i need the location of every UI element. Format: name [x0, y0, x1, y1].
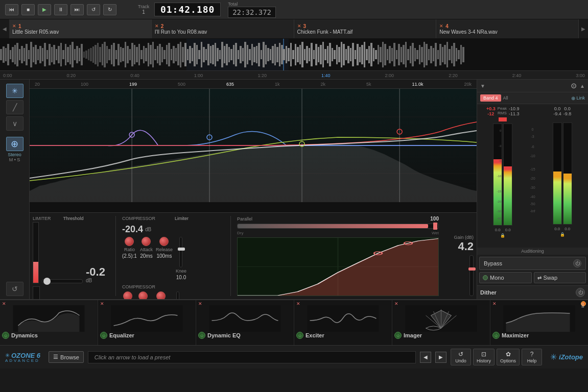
module-dynamiceq-close[interactable]: ✕ [198, 301, 202, 306]
module-maximizer[interactable]: ✕ || ⏻ Maximizer [490, 300, 588, 345]
module-equalizer-close[interactable]: ✕ [100, 301, 104, 306]
track-4-close[interactable]: ✕ [439, 23, 443, 29]
meter-dropdown[interactable]: ▼ [480, 83, 485, 89]
comp2-release-knob[interactable] [156, 291, 166, 299]
gain-slider[interactable] [469, 255, 474, 296]
transfer-graph[interactable] [237, 237, 439, 296]
swap-btn[interactable]: ⇄ Swap [534, 272, 586, 283]
svg-rect-172 [387, 49, 388, 60]
bypass-power-icon[interactable]: ⏻ [573, 259, 581, 267]
all-btn[interactable]: All [503, 95, 508, 101]
module-equalizer-display [98, 305, 196, 332]
parallel-thumb[interactable] [433, 223, 437, 230]
svg-rect-99 [221, 42, 223, 67]
comp-attack-knob[interactable] [142, 237, 151, 246]
options-action-btn[interactable]: ✿ Options [497, 349, 520, 365]
track-4[interactable]: ✕ 4 New Waves 3-4 NRa.wav [436, 19, 579, 38]
lock-out-btn[interactable]: 🔒 [560, 232, 565, 237]
module-maximizer-close[interactable]: ✕ [492, 301, 497, 306]
band4-btn[interactable]: Band 4 [480, 94, 501, 102]
rms-out-left: -9.4 [553, 111, 561, 116]
track-1-close[interactable]: ✕ [12, 23, 16, 29]
bypass-btn[interactable]: Bypass ⏻ [479, 257, 586, 270]
module-dynamics-power[interactable]: ⏻ [2, 332, 9, 339]
svg-rect-193 [435, 43, 437, 66]
mono-btn[interactable]: Mono [479, 272, 532, 283]
track-3-close[interactable]: ✕ [297, 23, 301, 29]
module-maximizer-bypass[interactable]: || [581, 301, 586, 306]
svg-rect-16 [35, 45, 37, 64]
dither-power-btn[interactable]: ⏻ [576, 288, 585, 297]
btn-record[interactable]: ↺ [87, 4, 100, 15]
module-exciter-power[interactable]: ⏻ [296, 332, 303, 339]
svg-rect-88 [196, 45, 198, 64]
parallel-slider[interactable] [237, 224, 439, 229]
svg-rect-65 [148, 43, 149, 66]
svg-rect-15 [33, 47, 34, 62]
module-imager[interactable]: ✕ ⏻ Imager [392, 300, 490, 345]
btn-skip[interactable]: ⏭ [70, 4, 84, 15]
svg-rect-187 [421, 47, 423, 62]
cursor-tool-btn[interactable]: ✳ [6, 84, 23, 98]
module-dynamic-eq[interactable]: ✕ ⏻ Dynamic EQ [196, 300, 294, 345]
module-equalizer-power[interactable]: ⏻ [100, 332, 107, 339]
plugin-area: ✳ ╱ ∨ ⊕ Stereo M • S ↺ 20 100 199 500 63… [0, 80, 588, 299]
waveform-area[interactable]: 0:00 0:20 0:40 1:00 1:20 1:40 2:00 2:20 … [0, 39, 588, 80]
comp2-ratio-knob[interactable] [123, 291, 132, 299]
history-action-btn[interactable]: ⊡ History [473, 349, 495, 365]
track-3[interactable]: ✕ 3 Chicken Funk - MATT.aif [294, 19, 437, 38]
vu-scale: 0 -3 -6 -10 -15 -20 -30 -40 -50 -Inf [528, 106, 538, 246]
svg-rect-142 [318, 47, 319, 62]
eq-canvas[interactable] [30, 89, 477, 211]
gain-slider-thumb[interactable] [468, 267, 476, 271]
svg-rect-61 [138, 44, 140, 65]
module-dynamiceq-power[interactable]: ⏻ [198, 332, 205, 339]
stereo-link-btn[interactable]: ⊙ [571, 82, 577, 90]
module-imager-display [392, 305, 490, 332]
link-btn[interactable]: ⊕ Link [571, 95, 585, 101]
threshold-slider[interactable] [42, 279, 83, 283]
comp2-attack-knob[interactable] [138, 291, 148, 299]
btn-rewind[interactable]: ⏮ [5, 4, 18, 15]
svg-rect-100 [224, 46, 225, 63]
svg-rect-71 [161, 47, 163, 62]
out-meters-group: 0.0 -9.4 0.0 -9.8 [539, 106, 586, 246]
module-maximizer-power[interactable]: ⏻ [492, 332, 500, 339]
comp2-knee-slider[interactable] [176, 291, 179, 299]
eq-display[interactable]: 20 100 199 500 635 1k 2k 5k 11.0k 20k [30, 80, 477, 212]
undo-action-btn[interactable]: ↺ Undo [451, 349, 471, 365]
track-2-close[interactable]: ✕ [155, 23, 159, 29]
preset-next-btn[interactable]: ▶ [435, 352, 446, 363]
track-nav-left[interactable]: ◀ [0, 19, 9, 38]
track-2[interactable]: ✕ 2 I'll Run to You R08.wav [152, 19, 294, 38]
module-exciter-close[interactable]: ✕ [296, 301, 300, 306]
comp-knee-slider[interactable] [179, 237, 182, 267]
help-action-btn[interactable]: ? Help [522, 349, 542, 365]
comp-ratio-knob[interactable] [125, 237, 134, 246]
lock-in-btn[interactable]: 🔒 [500, 233, 505, 238]
btn-stop[interactable]: ■ [21, 4, 35, 15]
module-equalizer[interactable]: ✕ ⏻ Equalizer [98, 300, 196, 345]
scale-0: 0 [528, 128, 538, 135]
track-nav-right[interactable]: ▶ [579, 19, 588, 38]
track-1[interactable]: ✕ 1 Little Sister R05.wav [9, 19, 152, 38]
browse-btn[interactable]: ☰ Browse [49, 351, 84, 363]
module-imager-close[interactable]: ✕ [394, 301, 398, 306]
total-display: 22:32.372 [228, 7, 276, 18]
v-tool-btn[interactable]: ∨ [6, 116, 23, 131]
svg-rect-157 [352, 43, 354, 66]
meter-settings-btn[interactable]: ▲ [580, 83, 585, 89]
btn-play[interactable]: ▶ [38, 4, 51, 15]
undo-btn[interactable]: ↺ [6, 282, 23, 296]
comp-release-knob[interactable] [159, 237, 169, 246]
module-dynamics-close[interactable]: ✕ [2, 301, 6, 306]
module-exciter[interactable]: ✕ ⏻ Exciter [294, 300, 392, 345]
module-dynamics[interactable]: ✕ ⏻ Dynamics [0, 300, 98, 345]
stereo-btn[interactable]: ⊕ [6, 137, 23, 151]
preset-prev-btn[interactable]: ◀ [420, 352, 431, 363]
btn-loop[interactable]: ↻ [103, 4, 116, 15]
draw-tool-btn[interactable]: ╱ [6, 100, 23, 114]
module-imager-power[interactable]: ⏻ [394, 332, 402, 339]
btn-pause[interactable]: ⏸ [54, 4, 67, 15]
module-exciter-display [294, 305, 392, 332]
